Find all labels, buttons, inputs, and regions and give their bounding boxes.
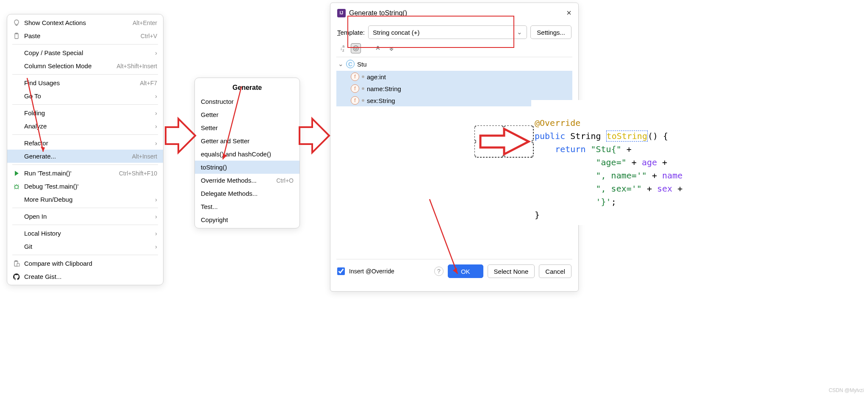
template-value: String concat (+)	[373, 29, 419, 36]
menu-item-label: toString()	[201, 164, 294, 171]
context-menu-item[interactable]: Refactor›	[7, 136, 163, 150]
chevron-down-icon: ⌄	[517, 28, 522, 36]
context-menu-item[interactable]: Debug 'Test.main()'	[7, 180, 163, 193]
svg-rect-16	[532, 156, 534, 158]
insert-override-label: Insert @Override	[349, 268, 394, 275]
chevron-right-icon: ›	[155, 213, 157, 220]
context-menu-item[interactable]: Generate...Alt+Insert	[7, 150, 163, 163]
cancel-button[interactable]: Cancel	[539, 264, 571, 278]
intellij-icon: IJ	[337, 9, 346, 17]
menu-item-icon	[13, 19, 24, 26]
menu-item-icon	[13, 33, 24, 39]
svg-rect-5	[17, 264, 19, 266]
svg-rect-15	[502, 156, 505, 158]
context-menu-item[interactable]: Go To›	[7, 89, 163, 103]
svg-rect-13	[532, 140, 534, 143]
menu-item-label: Folding	[24, 109, 155, 117]
sort-icon[interactable]: ↓az	[337, 43, 347, 53]
template-combo[interactable]: String concat (+) ⌄	[368, 25, 527, 39]
select-none-button[interactable]: Select None	[488, 264, 535, 278]
generate-menu-item[interactable]: Override Methods...Ctrl+O	[195, 174, 300, 187]
class-icon: C	[346, 60, 355, 68]
shortcut: Alt+Shift+Insert	[116, 63, 157, 70]
context-menu-item[interactable]: Compare with Clipboard	[7, 257, 163, 270]
divider	[12, 225, 158, 225]
visibility-icon	[362, 87, 364, 90]
shortcut: Ctrl+V	[141, 33, 157, 39]
visibility-icon	[362, 75, 364, 78]
menu-item-label: More Run/Debug	[24, 196, 155, 203]
context-menu-item[interactable]: Open In›	[7, 210, 163, 223]
context-menu-item[interactable]: More Run/Debug›	[7, 193, 163, 206]
generate-menu-item[interactable]: toString()	[195, 161, 300, 174]
tree-root[interactable]: ⌄ C Stu	[336, 57, 572, 71]
divider	[12, 164, 158, 165]
chevron-right-icon: ›	[155, 139, 157, 147]
chevron-right-icon: ›	[155, 92, 157, 100]
generate-menu-item[interactable]: Constructor	[195, 95, 300, 108]
menu-item-label: Refactor	[24, 139, 155, 147]
svg-rect-10	[502, 125, 505, 127]
context-menu-item[interactable]: Local History›	[7, 227, 163, 240]
chevron-right-icon: ›	[155, 230, 157, 237]
insert-override-checkbox[interactable]	[337, 267, 345, 275]
divider	[12, 208, 158, 208]
context-menu-item[interactable]: Show Context ActionsAlt+Enter	[7, 16, 163, 29]
visibility-icon	[362, 99, 364, 102]
divider	[12, 44, 158, 45]
field-label: sex:String	[367, 97, 395, 104]
help-icon[interactable]: ?	[434, 267, 444, 276]
menu-item-label: Getter and Setter	[201, 137, 294, 145]
dialog-title: Generate toString()	[349, 9, 407, 17]
arrow-icon	[297, 114, 331, 157]
divider	[12, 74, 158, 75]
generate-menu-item[interactable]: Getter and Setter	[195, 134, 300, 147]
context-menu-item[interactable]: Folding›	[7, 106, 163, 120]
svg-point-7	[355, 47, 357, 50]
menu-item-label: Override Methods...	[201, 177, 276, 184]
menu-item-label: Create Gist...	[24, 273, 157, 280]
menu-item-label: Git	[24, 243, 155, 250]
menu-item-label: Open In	[24, 213, 155, 220]
menu-item-label: Run 'Test.main()'	[24, 170, 119, 177]
context-menu-item[interactable]: Find UsagesAlt+F7	[7, 76, 163, 89]
context-menu-item[interactable]: Copy / Paste Special›	[7, 46, 163, 59]
divider	[12, 255, 158, 255]
generate-menu-item[interactable]: Delegate Methods...	[195, 187, 300, 200]
generate-menu-item[interactable]: Test...	[195, 200, 300, 213]
generate-menu-item[interactable]: Getter	[195, 108, 300, 121]
generate-menu-item[interactable]: Copyright	[195, 213, 300, 226]
show-inherited-icon[interactable]	[351, 43, 361, 53]
menu-item-label: Delegate Methods...	[201, 190, 294, 197]
context-menu-item[interactable]: Column Selection ModeAlt+Shift+Insert	[7, 59, 163, 72]
menu-item-label: Find Usages	[24, 79, 140, 86]
close-icon[interactable]: ×	[566, 8, 571, 18]
chevron-right-icon: ›	[155, 196, 157, 203]
field-icon: f	[351, 96, 359, 105]
shortcut: Alt+F7	[140, 80, 157, 86]
menu-item-label: Local History	[24, 230, 155, 237]
tree-field[interactable]: fname:String	[336, 83, 572, 95]
menu-item-label: Analyze	[24, 122, 155, 130]
context-menu-item[interactable]: Create Gist...	[7, 270, 163, 283]
menu-item-icon	[13, 170, 24, 177]
generate-menu: Generate ConstructorGetterSetterGetter a…	[194, 78, 300, 228]
generate-menu-item[interactable]: Setter	[195, 121, 300, 134]
generate-menu-item[interactable]: equals() and hashCode()	[195, 147, 300, 161]
settings-button[interactable]: Settings...	[530, 25, 571, 39]
context-menu-item[interactable]: Run 'Test.main()'Ctrl+Shift+F10	[7, 167, 163, 180]
shortcut: Ctrl+Shift+F10	[119, 170, 157, 177]
context-menu: Show Context ActionsAlt+EnterPasteCtrl+V…	[7, 14, 164, 285]
context-menu-item[interactable]: Analyze›	[7, 120, 163, 133]
context-menu-item[interactable]: PasteCtrl+V	[7, 29, 163, 42]
context-menu-item[interactable]: Git›	[7, 240, 163, 253]
menu-item-label: Debug 'Test.main()'	[24, 183, 157, 190]
expand-all-icon[interactable]	[373, 43, 383, 53]
menu-item-label: Test...	[201, 203, 294, 210]
ok-button[interactable]: OK	[448, 264, 483, 278]
generate-title: Generate	[195, 80, 300, 95]
svg-rect-9	[474, 125, 476, 127]
chevron-right-icon: ›	[155, 122, 157, 130]
tree-field[interactable]: fage:int	[336, 71, 572, 83]
collapse-all-icon[interactable]	[386, 43, 397, 53]
